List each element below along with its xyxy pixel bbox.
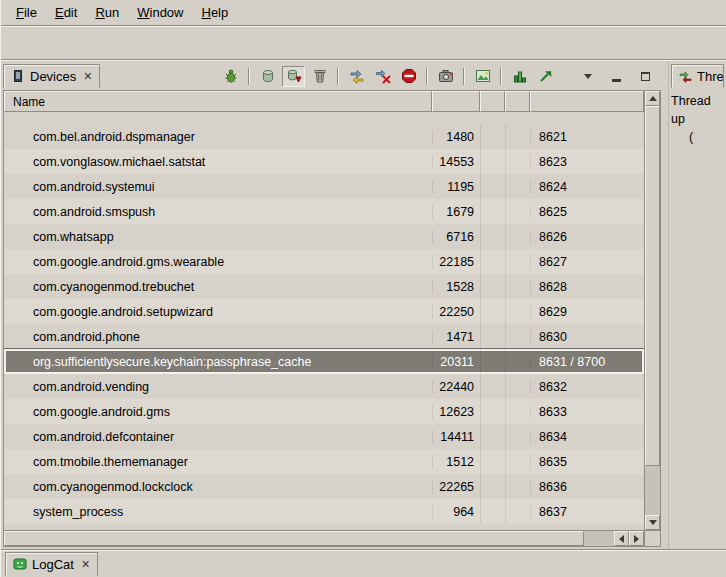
process-name: com.google.android.setupwizard xyxy=(4,305,432,319)
method-profiling-button[interactable] xyxy=(508,66,531,87)
toolbar-separator xyxy=(463,68,465,85)
table-row[interactable]: com.google.android.gms 12623 8633 xyxy=(4,399,644,424)
horizontal-scroll-thumb[interactable] xyxy=(4,531,584,546)
debug-button[interactable] xyxy=(219,66,242,87)
tab-devices[interactable]: Devices ✕ xyxy=(3,64,100,88)
table-row[interactable]: com.google.android.gms.wearable 22185 86… xyxy=(4,249,644,274)
tab-devices-label: Devices xyxy=(30,69,76,84)
chevron-down-icon xyxy=(584,74,592,79)
scroll-right-button[interactable] xyxy=(629,531,644,546)
horizontal-scrollbar[interactable] xyxy=(4,530,644,546)
cell-spacer xyxy=(480,149,505,174)
process-pid: 14553 xyxy=(432,155,480,169)
scroll-left-button[interactable] xyxy=(614,531,629,546)
table-row[interactable]: com.cyanogenmod.trebuchet 1528 8628 xyxy=(4,274,644,299)
process-name: com.android.smspush xyxy=(4,205,432,219)
process-pid: 1528 xyxy=(432,280,480,294)
dump-hprof-button[interactable] xyxy=(282,66,305,87)
cell-spacer xyxy=(505,299,530,324)
view-menu-button[interactable] xyxy=(576,66,599,87)
cell-spacer xyxy=(480,349,505,374)
start-profiling-button[interactable] xyxy=(534,66,557,87)
scroll-up-button[interactable] xyxy=(645,91,660,106)
minimize-button[interactable] xyxy=(605,66,628,87)
tab-threads[interactable]: Threa xyxy=(671,64,724,88)
column-header-name[interactable]: Name xyxy=(4,91,432,112)
table-row[interactable]: com.bel.android.dspmanager 1480 8621 xyxy=(4,124,644,149)
process-port: 8623 xyxy=(530,155,644,169)
process-pid: 20311 xyxy=(432,355,480,369)
cell-spacer xyxy=(480,449,505,474)
stop-process-button[interactable] xyxy=(397,66,420,87)
process-pid: 12623 xyxy=(432,405,480,419)
update-threads-button[interactable] xyxy=(345,66,368,87)
cell-spacer xyxy=(505,124,530,149)
process-name: com.android.defcontainer xyxy=(4,430,432,444)
process-port: 8635 xyxy=(530,455,644,469)
cell-spacer xyxy=(480,324,505,349)
table-row[interactable]: com.whatsapp 6716 8626 xyxy=(4,224,644,249)
table-row[interactable]: com.android.systemui 1195 8624 xyxy=(4,174,644,199)
update-heap-button[interactable] xyxy=(256,66,279,87)
vertical-scrollbar[interactable] xyxy=(644,91,660,530)
table-row[interactable]: system_process 964 8637 xyxy=(4,499,644,524)
devices-close-icon[interactable]: ✕ xyxy=(83,70,92,83)
tab-logcat[interactable]: LogCat ✕ xyxy=(5,552,98,576)
bottom-tabbar: LogCat ✕ xyxy=(1,549,726,577)
table-row[interactable]: com.android.defcontainer 14411 8634 xyxy=(4,424,644,449)
menu-help[interactable]: Help xyxy=(192,2,237,23)
cell-spacer xyxy=(480,124,505,149)
vertical-scroll-track[interactable] xyxy=(645,106,660,515)
tab-logcat-label: LogCat xyxy=(32,557,74,572)
threads-message-line1: Thread up xyxy=(671,92,724,128)
process-pid: 1471 xyxy=(432,330,480,344)
cell-spacer xyxy=(505,149,530,174)
toolbar-separator xyxy=(337,68,339,85)
screen-capture-button[interactable] xyxy=(434,66,457,87)
stop-threads-button[interactable] xyxy=(371,66,394,87)
table-row[interactable]: com.vonglasow.michael.satstat 14553 8623 xyxy=(4,149,644,174)
column-header-pid[interactable] xyxy=(432,91,480,112)
cell-spacer xyxy=(505,249,530,274)
arrow-down-icon xyxy=(649,520,657,525)
vertical-scroll-thumb[interactable] xyxy=(645,106,660,466)
table-row[interactable]: com.cyanogenmod.lockclock 22265 8636 xyxy=(4,474,644,499)
column-header-port[interactable] xyxy=(530,91,644,112)
cell-spacer xyxy=(505,399,530,424)
table-row[interactable]: com.tmobile.thememanager 1512 8635 xyxy=(4,449,644,474)
threads-tabbar: Threa xyxy=(669,61,726,89)
cell-spacer xyxy=(505,274,530,299)
maximize-button[interactable] xyxy=(634,66,657,87)
menu-window[interactable]: Window xyxy=(128,2,192,23)
toolbar-separator xyxy=(426,68,428,85)
cause-gc-button[interactable] xyxy=(308,66,331,87)
cell-spacer xyxy=(480,499,505,524)
arrow-left-icon xyxy=(619,535,624,543)
process-pid: 6716 xyxy=(432,230,480,244)
cell-spacer xyxy=(480,374,505,399)
table-row[interactable]: com.android.phone 1471 8630 xyxy=(4,324,644,349)
process-port: 8637 xyxy=(530,505,644,519)
table-row[interactable]: com.android.smspush 1679 8625 xyxy=(4,199,644,224)
arrow-up-icon xyxy=(649,96,657,101)
table-row[interactable]: com.google.android.setupwizard 22250 862… xyxy=(4,299,644,324)
menu-file[interactable]: File xyxy=(7,2,46,23)
scroll-down-button[interactable] xyxy=(645,515,660,530)
process-name: com.android.vending xyxy=(4,380,432,394)
update-heap-icon xyxy=(260,68,276,84)
system-info-button[interactable] xyxy=(471,66,494,87)
menu-bar: File Edit Run Window Help xyxy=(1,0,726,26)
horizontal-scroll-track[interactable] xyxy=(4,531,614,546)
table-row[interactable]: org.sufficientlysecure.keychain:passphra… xyxy=(4,349,644,374)
screen-capture-icon xyxy=(438,68,454,84)
process-name: com.android.systemui xyxy=(4,180,432,194)
cell-spacer xyxy=(505,324,530,349)
process-pid: 14411 xyxy=(432,430,480,444)
logcat-close-icon[interactable]: ✕ xyxy=(81,558,90,571)
process-name: com.whatsapp xyxy=(4,230,432,244)
menu-edit[interactable]: Edit xyxy=(46,2,86,23)
table-row[interactable]: com.android.vending 22440 8632 xyxy=(4,374,644,399)
process-name: org.sufficientlysecure.keychain:passphra… xyxy=(4,355,432,369)
menu-run[interactable]: Run xyxy=(86,2,128,23)
process-pid: 1480 xyxy=(432,130,480,144)
